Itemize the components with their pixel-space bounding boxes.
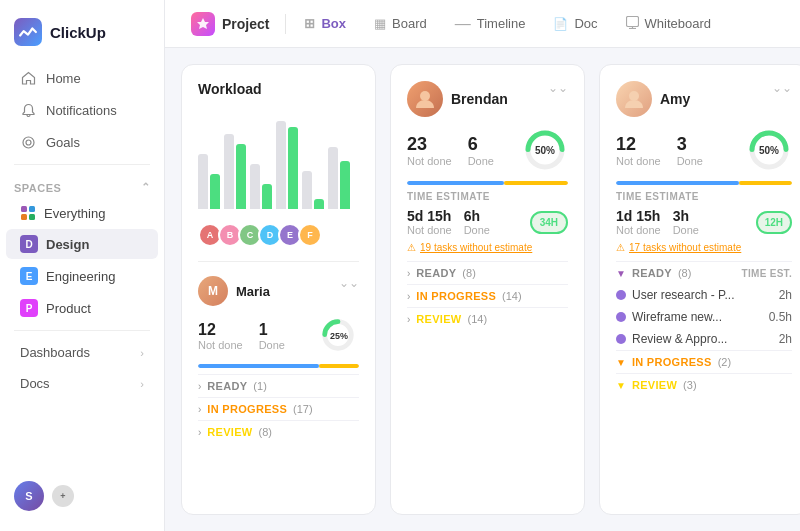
- brendan-done-label: Done: [468, 155, 494, 167]
- svg-rect-6: [29, 214, 35, 220]
- brendan-time-not-done-val: 5d 15h: [407, 208, 452, 224]
- sidebar-item-notifications[interactable]: Notifications: [6, 95, 158, 125]
- tab-doc[interactable]: 📄 Doc: [541, 10, 609, 37]
- amy-inprogress-row[interactable]: ▼ IN PROGRESS (2): [616, 350, 792, 373]
- sidebar-item-dashboards[interactable]: Dashboards ›: [6, 338, 158, 367]
- amy-card: Amy ⌄⌄ 12 Not done 3 Done: [599, 64, 800, 515]
- sidebar-item-everything[interactable]: Everything: [6, 199, 158, 227]
- maria-donut: 25%: [319, 316, 359, 356]
- maria-inprogress-label: IN PROGRESS: [207, 403, 287, 415]
- spaces-chevron[interactable]: ⌃: [141, 181, 151, 194]
- brendan-warning-link[interactable]: 19 tasks without estimate: [420, 242, 532, 253]
- brendan-ready-cnt: (8): [462, 267, 475, 279]
- brendan-inprogress-row[interactable]: › IN PROGRESS (14): [407, 284, 568, 307]
- workload-title: Workload: [198, 81, 359, 97]
- avatar-6: F: [298, 223, 322, 247]
- goals-icon: [20, 134, 36, 150]
- project-tab[interactable]: Project: [181, 6, 279, 42]
- bar-gray: [302, 171, 312, 209]
- tab-whiteboard[interactable]: Whiteboard: [614, 10, 723, 38]
- home-icon: [20, 70, 36, 86]
- brendan-progress-yellow: [504, 181, 568, 185]
- engineering-dot: E: [20, 267, 38, 285]
- brendan-not-done-num: 23: [407, 134, 452, 155]
- maria-percent: 25%: [330, 331, 348, 341]
- task-time-1: 2h: [779, 288, 792, 302]
- spaces-section-header: Spaces ⌃: [0, 171, 164, 198]
- amy-time-badge: 12H: [756, 211, 792, 234]
- task-time-3: 2h: [779, 332, 792, 346]
- sidebar-item-docs[interactable]: Docs ›: [6, 369, 158, 398]
- bar-gray: [276, 121, 286, 209]
- sidebar-item-goals[interactable]: Goals: [6, 127, 158, 157]
- amy-time-est-header: TIME EST.: [742, 268, 792, 279]
- amy-ready-row[interactable]: ▼ READY (8) TIME EST.: [616, 261, 792, 284]
- ready-arrow: ›: [198, 381, 201, 392]
- topbar: Project ⊞ Box ▦ Board — Timeline 📄 Doc W…: [165, 0, 800, 48]
- tab-box[interactable]: ⊞ Box: [292, 10, 358, 37]
- everything-icon: [20, 205, 36, 221]
- task-name-3: Review & Appro...: [632, 332, 779, 346]
- amy-chevron[interactable]: ⌄⌄: [772, 81, 792, 95]
- tab-board[interactable]: ▦ Board: [362, 10, 439, 37]
- maria-chevron[interactable]: ⌄⌄: [339, 276, 359, 290]
- amy-warning-link[interactable]: 17 tasks without estimate: [629, 242, 741, 253]
- amy-time-badge-wrap: 12H: [756, 211, 792, 234]
- amy-task-1[interactable]: User research - P... 2h: [616, 284, 792, 306]
- notifications-label: Notifications: [46, 103, 117, 118]
- divider: [14, 164, 150, 165]
- amy-time-not-done: 1d 15h Not done: [616, 208, 661, 236]
- tab-timeline[interactable]: — Timeline: [443, 10, 538, 38]
- team-avatar: +: [52, 485, 74, 507]
- brendan-ready-lbl: READY: [416, 267, 456, 279]
- amy-task-3[interactable]: Review & Appro... 2h: [616, 328, 792, 350]
- bar-green: [288, 127, 298, 209]
- amy-not-done-num: 12: [616, 134, 661, 155]
- brendan-time-row: 5d 15h Not done 6h Done 34H: [407, 208, 568, 236]
- amy-avatar: [616, 81, 652, 117]
- brendan-percent: 50%: [535, 145, 555, 156]
- timeline-icon: —: [455, 16, 471, 32]
- bar-gray: [198, 154, 208, 209]
- maria-not-done-num: 12: [198, 321, 243, 339]
- maria-inprogress-row[interactable]: › IN PROGRESS (17): [198, 397, 359, 420]
- tab-timeline-label: Timeline: [477, 16, 526, 31]
- amy-time-done-lbl: Done: [673, 224, 699, 236]
- sidebar-item-home[interactable]: Home: [6, 63, 158, 93]
- brendan-review-arrow: ›: [407, 314, 410, 325]
- user-avatar[interactable]: S: [14, 481, 44, 511]
- amy-review-row[interactable]: ▼ REVIEW (3): [616, 373, 792, 396]
- amy-done: 3 Done: [677, 134, 703, 167]
- brendan-ready-row[interactable]: › READY (8): [407, 261, 568, 284]
- amy-time-done: 3h Done: [673, 208, 699, 236]
- sidebar-item-engineering[interactable]: E Engineering: [6, 261, 158, 291]
- maria-ready-row[interactable]: › READY (1): [198, 374, 359, 397]
- amy-review-arrow: ▼: [616, 380, 626, 391]
- sidebar-item-product[interactable]: P Product: [6, 293, 158, 323]
- content-area: Workload: [165, 48, 800, 531]
- home-label: Home: [46, 71, 81, 86]
- whiteboard-icon: [626, 16, 639, 32]
- review-arrow: ›: [198, 427, 201, 438]
- sidebar-item-design[interactable]: D Design: [6, 229, 158, 259]
- amy-task-2[interactable]: Wireframe new... 0.5h: [616, 306, 792, 328]
- brendan-stats: 23 Not done 6 Done 50%: [407, 127, 568, 173]
- bar-group-6: [328, 147, 350, 209]
- sidebar: ClickUp Home Notifications Goals Spaces …: [0, 0, 165, 531]
- bell-icon: [20, 102, 36, 118]
- maria-done-label: Done: [259, 339, 285, 351]
- maria-section: M Maria ⌄⌄ 12 Not done 1 Done: [198, 261, 359, 443]
- bar-group-2: [224, 134, 246, 209]
- bar-gray: [328, 147, 338, 209]
- brendan-time-label: TIME ESTIMATE: [407, 191, 568, 202]
- amy-percent: 50%: [759, 145, 779, 156]
- amy-done-num: 3: [677, 134, 703, 155]
- brendan-chevron[interactable]: ⌄⌄: [548, 81, 568, 95]
- amy-stats: 12 Not done 3 Done 50%: [616, 127, 792, 173]
- brendan-review-row[interactable]: › REVIEW (14): [407, 307, 568, 330]
- maria-review-row[interactable]: › REVIEW (8): [198, 420, 359, 443]
- brendan-progress: [407, 181, 568, 185]
- bar-group-5: [302, 171, 324, 209]
- amy-header: Amy ⌄⌄: [616, 81, 792, 117]
- brendan-time-not-done: 5d 15h Not done: [407, 208, 452, 236]
